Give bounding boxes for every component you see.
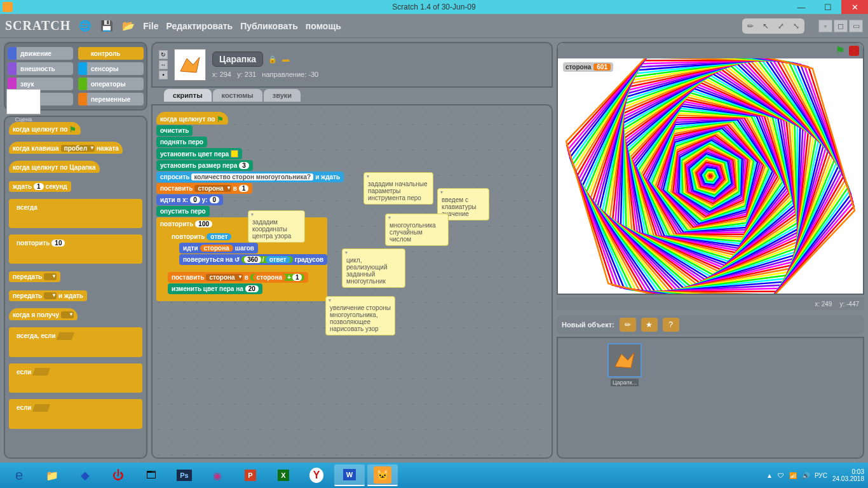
sprite-item-1[interactable]: Царапк... xyxy=(607,343,642,386)
taskbar-excel-icon[interactable]: X xyxy=(268,464,299,486)
new-object-bar: Новый объект: ✏ ★ ? xyxy=(557,315,864,334)
rotate-lr-icon[interactable]: ↔ xyxy=(159,60,168,69)
palette-broadcast-wait[interactable]: передать и ждать xyxy=(9,290,87,301)
tray-network-icon[interactable]: 🛡 xyxy=(778,472,784,479)
menu-edit[interactable]: Редактировать xyxy=(166,21,233,31)
palette-forever[interactable]: всегда xyxy=(9,199,142,228)
lock-icon[interactable]: 🔒 xyxy=(268,55,277,64)
view-controls: ▫ ◻ ▭ xyxy=(818,20,863,32)
taskbar-app5-icon[interactable]: ◉ xyxy=(202,464,233,486)
system-tray[interactable]: ▲ 🛡 📶 🔊 РУС 0:03 24.03.2018 xyxy=(766,468,864,482)
stamp-tool-icon[interactable]: ✏ xyxy=(743,20,757,32)
palette-when-sprite[interactable]: когда щелкнут по Царапка xyxy=(9,161,100,173)
scene-item[interactable]: Сцена xyxy=(6,89,41,123)
category-control[interactable]: контроль xyxy=(78,47,144,60)
category-sound[interactable]: звук xyxy=(8,78,73,90)
open-icon[interactable]: 📂 xyxy=(121,19,135,33)
comment-5[interactable]: цикл, реализующий заданный многоугльник xyxy=(342,248,405,288)
block-penup[interactable]: поднять перо xyxy=(156,137,207,147)
rotate-none-icon[interactable]: • xyxy=(159,71,168,79)
green-flag-button[interactable]: ⚑ xyxy=(835,44,845,58)
taskbar-yandex-icon[interactable]: Y xyxy=(301,464,332,486)
stage-wrap: ⚑ сторона 601 xyxy=(557,42,864,295)
tab-scripts[interactable]: скрипты xyxy=(164,89,212,102)
comment-6[interactable]: увеличение стороны многоугольника, позво… xyxy=(325,296,395,336)
menu-help[interactable]: помощь xyxy=(306,21,341,31)
category-operators[interactable]: операторы xyxy=(78,78,144,90)
taskbar-clock[interactable]: 0:03 24.03.2018 xyxy=(832,468,864,482)
taskbar-powerpoint-icon[interactable]: P xyxy=(235,464,266,486)
menu-share[interactable]: Публиковать xyxy=(240,21,298,31)
view-normal-icon[interactable]: ◻ xyxy=(834,20,848,32)
category-motion[interactable]: движение xyxy=(8,47,73,60)
block-clear[interactable]: очистить xyxy=(156,125,193,136)
palette-forever-if[interactable]: всегда, если xyxy=(9,327,142,357)
block-goto[interactable]: идти в x: 0 y: 0 xyxy=(156,194,223,205)
save-icon[interactable]: 💾 xyxy=(100,19,114,33)
paint-sprite-button[interactable]: ✏ xyxy=(620,318,636,332)
view-small-icon[interactable]: ▫ xyxy=(818,20,832,32)
taskbar-app2-icon[interactable]: ⏻ xyxy=(103,464,133,486)
palette-when-receive[interactable]: когда я получу xyxy=(9,308,78,320)
tray-sound-icon[interactable]: 🔊 xyxy=(802,472,810,479)
sprite-coords: x: 294 y: 231 направление: -30 xyxy=(212,71,318,78)
main-script[interactable]: когда щелкнут по очистить поднять перо у… xyxy=(156,112,344,301)
palette-if[interactable]: если xyxy=(9,363,142,393)
shrink-tool-icon[interactable]: ⤡ xyxy=(789,20,803,32)
block-when-flag[interactable]: когда щелкнут по xyxy=(156,112,228,125)
new-object-label: Новый объект: xyxy=(562,321,614,329)
comment-4[interactable]: зададим координаты центра узора xyxy=(248,210,305,243)
block-ask[interactable]: спросить количество сторон многоугольник… xyxy=(156,172,344,182)
palette-wait[interactable]: ждать 1 секунд xyxy=(9,181,71,192)
tray-lang[interactable]: РУС xyxy=(815,472,827,479)
palette-if2[interactable]: если xyxy=(9,399,142,429)
comment-3[interactable]: многоугольника случайным числом xyxy=(385,214,449,246)
maximize-button[interactable]: ☐ xyxy=(815,0,841,14)
stage-tools: ✏ ↖ ⤢ ⤡ xyxy=(742,18,804,34)
taskbar-app1-icon[interactable]: ◆ xyxy=(70,464,100,486)
import-sprite-button[interactable]: ★ xyxy=(641,318,658,332)
taskbar-word-icon[interactable]: W xyxy=(334,464,365,486)
sprite-name-field[interactable]: Царапка xyxy=(212,51,263,67)
minimize-button[interactable]: — xyxy=(788,0,815,14)
block-move[interactable]: идти сторона шагов xyxy=(179,243,258,254)
block-pendown[interactable]: опустить перо xyxy=(156,206,210,217)
menu-file[interactable]: File xyxy=(143,21,158,31)
tray-battery-icon[interactable]: 📶 xyxy=(789,472,797,479)
stage-variable[interactable]: сторона 601 xyxy=(563,62,613,72)
stop-button[interactable] xyxy=(849,46,859,56)
tab-costumes[interactable]: костюмы xyxy=(213,89,262,102)
category-variables[interactable]: переменные xyxy=(78,93,144,105)
taskbar-app3-icon[interactable]: 🗔 xyxy=(136,464,166,486)
taskbar-ie-icon[interactable]: e xyxy=(4,464,34,486)
palette-when-key[interactable]: когда клавиша пробел нажата xyxy=(9,142,123,154)
category-looks[interactable]: внешность xyxy=(8,62,73,75)
globe-icon[interactable]: 🌐 xyxy=(78,19,92,33)
block-pencolor[interactable]: установить цвет пера xyxy=(156,148,242,159)
stage[interactable]: сторона 601 xyxy=(558,58,863,294)
grow-tool-icon[interactable]: ⤢ xyxy=(774,20,788,32)
random-sprite-button[interactable]: ? xyxy=(663,318,679,332)
rotate-free-icon[interactable]: ↻ xyxy=(159,50,168,59)
palette-repeat[interactable]: повторить 10 xyxy=(9,234,142,264)
category-sensing[interactable]: сенсоры xyxy=(78,62,144,75)
tab-sounds[interactable]: звуки xyxy=(264,89,301,102)
app-icon xyxy=(3,2,13,12)
view-present-icon[interactable]: ▭ xyxy=(849,20,863,32)
palette-broadcast[interactable]: передать xyxy=(9,271,60,282)
block-pensize[interactable]: установить размер пера 3 xyxy=(156,160,253,171)
cut-tool-icon[interactable]: ↖ xyxy=(759,20,773,32)
taskbar-scratch-icon[interactable]: 🐱 xyxy=(367,464,398,486)
close-button[interactable]: ✕ xyxy=(841,0,868,14)
comment-1[interactable]: зададим начальные параметры инструмента … xyxy=(363,172,433,205)
block-turn[interactable]: повернуться на ↺ 360 / ответ градусов xyxy=(179,254,327,265)
palette-when-flag[interactable]: когда щелкнут по xyxy=(9,122,81,135)
export-icon[interactable]: ▬ xyxy=(282,55,289,63)
block-setvar2[interactable]: поставить сторона в сторона + 1 xyxy=(168,272,308,283)
script-area[interactable]: когда щелкнут по очистить поднять перо у… xyxy=(151,104,553,459)
taskbar-photoshop-icon[interactable]: Ps xyxy=(169,464,200,486)
tray-flag-icon[interactable]: ▲ xyxy=(766,472,773,479)
block-changecolor[interactable]: изменить цвет пера на 20 xyxy=(168,283,262,294)
block-setvar[interactable]: поставить сторона в 1 xyxy=(156,183,252,194)
taskbar-explorer-icon[interactable]: 📁 xyxy=(37,464,67,486)
